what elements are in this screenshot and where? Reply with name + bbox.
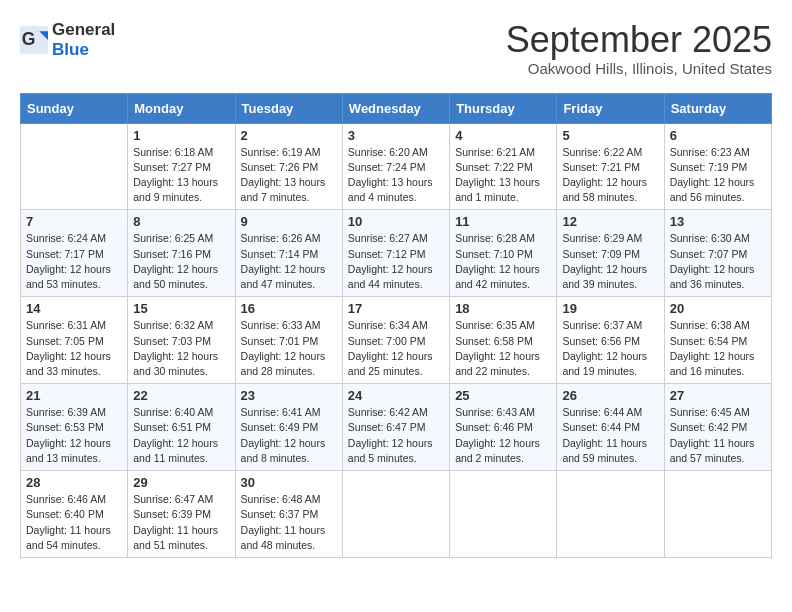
cell-info-line: Daylight: 13 hours: [133, 175, 229, 190]
calendar-cell: 16Sunrise: 6:33 AMSunset: 7:01 PMDayligh…: [235, 297, 342, 384]
calendar-cell: [664, 471, 771, 558]
cell-info-line: and 59 minutes.: [562, 451, 658, 466]
cell-info-line: Sunrise: 6:20 AM: [348, 145, 444, 160]
cell-info-line: Daylight: 12 hours: [133, 262, 229, 277]
calendar-cell: 17Sunrise: 6:34 AMSunset: 7:00 PMDayligh…: [342, 297, 449, 384]
cell-info-line: and 57 minutes.: [670, 451, 766, 466]
cell-info-line: Sunrise: 6:30 AM: [670, 231, 766, 246]
cell-info-line: Sunset: 7:17 PM: [26, 247, 122, 262]
logo-general: General: [52, 20, 115, 39]
cell-info-line: and 4 minutes.: [348, 190, 444, 205]
cell-info-line: Sunrise: 6:48 AM: [241, 492, 337, 507]
cell-info-line: Sunrise: 6:28 AM: [455, 231, 551, 246]
cell-info-line: Daylight: 11 hours: [26, 523, 122, 538]
day-number: 27: [670, 388, 766, 403]
calendar-table: SundayMondayTuesdayWednesdayThursdayFrid…: [20, 93, 772, 558]
cell-info-line: Sunrise: 6:19 AM: [241, 145, 337, 160]
cell-info-line: Sunset: 7:03 PM: [133, 334, 229, 349]
cell-info-line: Sunrise: 6:21 AM: [455, 145, 551, 160]
cell-info-line: Sunset: 6:53 PM: [26, 420, 122, 435]
day-number: 24: [348, 388, 444, 403]
calendar-cell: 8Sunrise: 6:25 AMSunset: 7:16 PMDaylight…: [128, 210, 235, 297]
cell-info-line: Sunrise: 6:34 AM: [348, 318, 444, 333]
cell-info-line: Daylight: 12 hours: [562, 349, 658, 364]
weekday-header-monday: Monday: [128, 93, 235, 123]
svg-text:G: G: [22, 29, 36, 49]
cell-info-line: and 8 minutes.: [241, 451, 337, 466]
calendar-cell: 24Sunrise: 6:42 AMSunset: 6:47 PMDayligh…: [342, 384, 449, 471]
cell-info-line: Sunrise: 6:46 AM: [26, 492, 122, 507]
cell-info-line: Sunset: 7:00 PM: [348, 334, 444, 349]
cell-info-line: Daylight: 12 hours: [670, 262, 766, 277]
cell-info-line: Daylight: 12 hours: [241, 262, 337, 277]
cell-info-line: Daylight: 12 hours: [241, 436, 337, 451]
cell-info-line: and 28 minutes.: [241, 364, 337, 379]
cell-info-line: Daylight: 11 hours: [562, 436, 658, 451]
cell-info-line: and 39 minutes.: [562, 277, 658, 292]
weekday-header-friday: Friday: [557, 93, 664, 123]
calendar-cell: 7Sunrise: 6:24 AMSunset: 7:17 PMDaylight…: [21, 210, 128, 297]
day-number: 16: [241, 301, 337, 316]
day-number: 10: [348, 214, 444, 229]
cell-info-line: and 50 minutes.: [133, 277, 229, 292]
cell-info-line: Daylight: 12 hours: [455, 436, 551, 451]
cell-info-line: Daylight: 12 hours: [133, 436, 229, 451]
cell-info-line: and 42 minutes.: [455, 277, 551, 292]
cell-info-line: Sunset: 6:46 PM: [455, 420, 551, 435]
calendar-cell: 4Sunrise: 6:21 AMSunset: 7:22 PMDaylight…: [450, 123, 557, 210]
cell-info-line: Daylight: 12 hours: [562, 262, 658, 277]
calendar-header: SundayMondayTuesdayWednesdayThursdayFrid…: [21, 93, 772, 123]
cell-info-line: Sunset: 6:49 PM: [241, 420, 337, 435]
calendar-cell: 1Sunrise: 6:18 AMSunset: 7:27 PMDaylight…: [128, 123, 235, 210]
day-number: 14: [26, 301, 122, 316]
day-number: 19: [562, 301, 658, 316]
cell-info-line: and 16 minutes.: [670, 364, 766, 379]
cell-info-line: Sunrise: 6:40 AM: [133, 405, 229, 420]
logo: G General Blue: [20, 20, 115, 60]
calendar-cell: 12Sunrise: 6:29 AMSunset: 7:09 PMDayligh…: [557, 210, 664, 297]
cell-info-line: and 47 minutes.: [241, 277, 337, 292]
cell-info-line: Sunrise: 6:38 AM: [670, 318, 766, 333]
cell-info-line: Sunrise: 6:39 AM: [26, 405, 122, 420]
cell-info-line: Sunrise: 6:47 AM: [133, 492, 229, 507]
cell-info-line: Sunset: 7:24 PM: [348, 160, 444, 175]
cell-info-line: Daylight: 11 hours: [670, 436, 766, 451]
cell-info-line: Sunrise: 6:23 AM: [670, 145, 766, 160]
cell-info-line: and 36 minutes.: [670, 277, 766, 292]
cell-info-line: Sunset: 6:56 PM: [562, 334, 658, 349]
day-number: 13: [670, 214, 766, 229]
cell-info-line: Daylight: 12 hours: [26, 436, 122, 451]
calendar-cell: 25Sunrise: 6:43 AMSunset: 6:46 PMDayligh…: [450, 384, 557, 471]
cell-info-line: Sunset: 7:14 PM: [241, 247, 337, 262]
cell-info-line: and 9 minutes.: [133, 190, 229, 205]
day-number: 20: [670, 301, 766, 316]
cell-info-line: and 5 minutes.: [348, 451, 444, 466]
day-number: 11: [455, 214, 551, 229]
calendar-cell: 22Sunrise: 6:40 AMSunset: 6:51 PMDayligh…: [128, 384, 235, 471]
calendar-cell: 21Sunrise: 6:39 AMSunset: 6:53 PMDayligh…: [21, 384, 128, 471]
calendar-cell: [450, 471, 557, 558]
calendar-cell: 15Sunrise: 6:32 AMSunset: 7:03 PMDayligh…: [128, 297, 235, 384]
cell-info-line: Daylight: 12 hours: [133, 349, 229, 364]
cell-info-line: Daylight: 12 hours: [455, 349, 551, 364]
cell-info-line: and 51 minutes.: [133, 538, 229, 553]
day-number: 15: [133, 301, 229, 316]
cell-info-line: Sunrise: 6:18 AM: [133, 145, 229, 160]
calendar-cell: 28Sunrise: 6:46 AMSunset: 6:40 PMDayligh…: [21, 471, 128, 558]
calendar-cell: 6Sunrise: 6:23 AMSunset: 7:19 PMDaylight…: [664, 123, 771, 210]
cell-info-line: Sunrise: 6:42 AM: [348, 405, 444, 420]
calendar-cell: 26Sunrise: 6:44 AMSunset: 6:44 PMDayligh…: [557, 384, 664, 471]
calendar-cell: 10Sunrise: 6:27 AMSunset: 7:12 PMDayligh…: [342, 210, 449, 297]
cell-info-line: Sunset: 6:44 PM: [562, 420, 658, 435]
cell-info-line: Sunrise: 6:32 AM: [133, 318, 229, 333]
day-number: 29: [133, 475, 229, 490]
weekday-header-saturday: Saturday: [664, 93, 771, 123]
cell-info-line: Daylight: 12 hours: [348, 349, 444, 364]
cell-info-line: Sunset: 7:27 PM: [133, 160, 229, 175]
cell-info-line: Sunrise: 6:25 AM: [133, 231, 229, 246]
day-number: 18: [455, 301, 551, 316]
calendar-cell: 11Sunrise: 6:28 AMSunset: 7:10 PMDayligh…: [450, 210, 557, 297]
calendar-cell: 18Sunrise: 6:35 AMSunset: 6:58 PMDayligh…: [450, 297, 557, 384]
day-number: 12: [562, 214, 658, 229]
calendar-cell: 27Sunrise: 6:45 AMSunset: 6:42 PMDayligh…: [664, 384, 771, 471]
